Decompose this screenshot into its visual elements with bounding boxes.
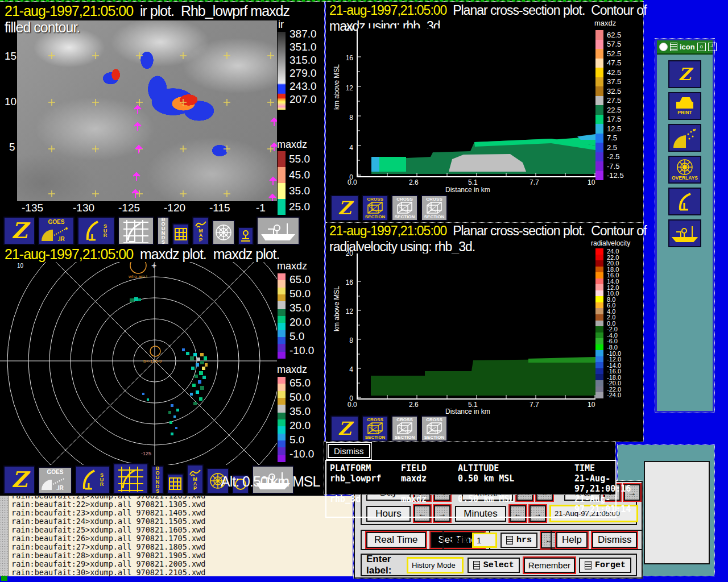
ship-icon <box>260 220 296 242</box>
cross1-plot <box>357 28 595 177</box>
select-menu[interactable]: Select <box>468 558 520 573</box>
palette-goes-button[interactable] <box>668 124 701 152</box>
cube-icon <box>367 202 384 214</box>
enter-label-text: Enter label: <box>366 554 403 576</box>
cross2-toolbar: Z CROSS SECTION CROSS SECTION CROSS SECT… <box>327 413 448 442</box>
skip-value-field[interactable]: 1 <box>472 533 497 548</box>
goes-ir-button[interactable]: GOES .IR <box>38 217 75 245</box>
panel-dismiss-button[interactable]: Dismiss <box>592 532 638 548</box>
grid-radar-button[interactable] <box>118 217 154 245</box>
surveillance-radar-button[interactable]: S U R <box>75 465 110 494</box>
grid-radar-button[interactable] <box>113 463 148 494</box>
zebra-menu-button[interactable]: Z <box>330 415 359 442</box>
zebra-menu-button[interactable]: Z <box>3 465 35 494</box>
icon-palette-window: icon o ┘ Z PRINT OVERLAYS <box>655 39 714 413</box>
ir-plot-title-line2: filled contour. <box>5 19 80 36</box>
ir-x-tick: -125 <box>118 202 140 214</box>
real-time-button[interactable]: Real Time <box>366 532 426 548</box>
map-button[interactable]: M A P <box>187 464 204 494</box>
cross1-title: 21-aug-1997,21:05:00 Planar cross-sectio… <box>329 3 647 18</box>
surveillance-radar-button[interactable]: S U R <box>77 217 115 245</box>
altitude-readout: Alt: 0.50 km MSL <box>221 473 320 490</box>
cross2-y-ticks: 201612840 <box>338 250 353 423</box>
zebra-menu-button[interactable]: Z <box>330 195 359 221</box>
cube-icon <box>426 202 443 214</box>
map-icon <box>195 219 207 228</box>
menu-icon <box>473 561 480 569</box>
radar-antenna-icon <box>677 192 693 212</box>
cross1-y-ticks: 201612840 <box>338 24 353 203</box>
radar-colorbar2-ticks: 65.050.035.020.05.0-10.0 <box>289 377 314 462</box>
svg-text:.IR: .IR <box>56 485 64 491</box>
palette-zebra-button[interactable]: Z <box>668 60 701 88</box>
map-button[interactable]: M A P <box>192 217 209 245</box>
cross-section-button-active[interactable]: CROSS SECTION <box>362 195 388 221</box>
buoy-icon <box>240 229 251 243</box>
zebra-left-window: 21-aug-1997,21:05:00 ir plot. Rhb_lowprf… <box>0 2 324 496</box>
ir-x-tick: -120 <box>164 202 185 214</box>
bounds-button[interactable]: B O U N D S <box>151 465 164 494</box>
cross-section-button[interactable]: CROSS SECTION <box>391 195 418 221</box>
cross-section-button-active[interactable]: CROSS SECTION <box>362 415 388 442</box>
maxdz-colorbar-label: maxdz <box>277 139 307 151</box>
zebra-menu-button[interactable]: Z <box>3 217 35 245</box>
menu-icon <box>585 561 592 569</box>
palette-ship-button[interactable] <box>668 219 701 247</box>
small-grid-button[interactable] <box>167 473 184 494</box>
cross1-xlabel: Distance in km <box>445 186 490 194</box>
palette-overlays-button[interactable]: OVERLAYS <box>668 156 701 184</box>
ship-button[interactable] <box>257 217 300 245</box>
ir-plot-title: 21-aug-1997,21:05:00 ir plot. Rhb_lowprf… <box>5 3 289 19</box>
radar-ppi-display: 10 + who-am-i b<-125-9 -125 <box>0 262 277 465</box>
cross-section-button[interactable]: CROSS SECTION <box>391 415 418 442</box>
platform-status-window: Dismiss PLATFORMFIELDALTITUDETIME rhb_lo… <box>324 442 615 494</box>
cross2-contours <box>371 357 595 396</box>
dismiss-button[interactable]: Dismiss <box>328 444 370 458</box>
ir-y-tick: 15 <box>5 50 16 63</box>
ir-toolbar: Z GOES .IR S U R B O U N D S M A P <box>0 215 300 245</box>
platform-table-header: PLATFORMFIELDALTITUDETIME <box>330 463 612 473</box>
buoy-button[interactable] <box>238 227 254 245</box>
cross2-title: 21-aug-1997,21:05:00 Planar cross-sectio… <box>329 223 647 239</box>
help-group: Help Dismiss <box>551 530 643 550</box>
icon-palette-titlebar[interactable]: icon o ┘ <box>657 40 713 55</box>
palette-radar-button[interactable] <box>668 188 701 215</box>
maxdz-colorbar: 55.045.035.025.0 <box>278 151 310 215</box>
forget-menu[interactable]: Forget <box>579 558 631 573</box>
radar-annotation-top: who-am-i <box>128 274 147 279</box>
cross-section-button[interactable]: CROSS SECTION <box>421 195 448 221</box>
xterm-window[interactable]: rain:beaufait:21>xdump.all 970821.1205.x… <box>0 496 353 576</box>
ir-y-tick: 10 <box>5 95 16 108</box>
grid-icon <box>175 228 187 240</box>
platform-table-row: rhb_lowprfmaxdz0.50 km MSL21-Aug-97,21:0… <box>330 473 612 494</box>
terminal-scrollbar[interactable] <box>0 496 9 576</box>
skip-units-menu[interactable]: hrs <box>500 533 537 548</box>
remember-button[interactable]: Remember <box>524 558 575 573</box>
goes-ir-button[interactable]: GOES .IR <box>38 467 72 494</box>
cross1-colorbar-label: maxdz <box>594 19 616 27</box>
bounds-button[interactable]: B O U N D S <box>157 217 169 245</box>
ir-x-tick: -130 <box>73 202 94 214</box>
help-button[interactable]: Help <box>556 532 588 548</box>
cross1-toolbar: Z CROSS SECTION CROSS SECTION CROSS SECT… <box>327 193 448 221</box>
label-group: Enter label: History Mode Select Remembe… <box>361 554 637 576</box>
cross-section-window: 21-aug-1997,21:05:00 Planar cross-sectio… <box>326 2 643 442</box>
ir-x-tick: -115 <box>209 202 230 214</box>
palette-print-button[interactable]: PRINT <box>668 92 701 120</box>
cross-section-button[interactable]: CROSS SECTION <box>421 415 448 442</box>
label-input[interactable]: History Mode <box>407 557 464 573</box>
document-icon[interactable] <box>670 43 677 51</box>
small-grid-button[interactable] <box>172 223 189 245</box>
platform-table-row: rhb_3dmaxdz0.50 km MSL21-Aug-97,21:01:14 <box>330 494 612 514</box>
zebra-z-icon: Z <box>338 421 351 437</box>
cube-icon <box>367 422 384 435</box>
minimize-icon[interactable]: o <box>697 43 706 51</box>
window-menu-icon[interactable] <box>659 43 668 51</box>
radar-colorbar1 <box>278 273 286 359</box>
printer-icon <box>675 97 695 110</box>
radar-antenna-icon <box>82 468 97 491</box>
overlays-button[interactable] <box>212 220 235 245</box>
radar-annotation-bottom: -125 <box>141 451 151 456</box>
zebra-z-icon: Z <box>11 221 27 240</box>
restore-icon[interactable]: ┘ <box>708 43 717 51</box>
